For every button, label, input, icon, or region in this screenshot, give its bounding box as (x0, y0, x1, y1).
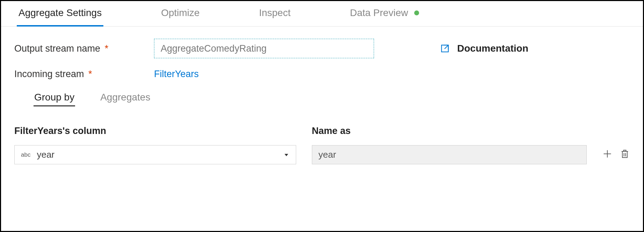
incoming-stream-label: Incoming stream * (14, 69, 154, 80)
delete-icon[interactable] (620, 149, 630, 159)
output-stream-row: Output stream name * Documentation (14, 39, 630, 58)
group-by-section: FilterYears's column abc year Name as (14, 126, 630, 164)
group-column-value: year (37, 149, 54, 160)
name-as-header: Name as (312, 126, 587, 136)
row-actions (602, 143, 630, 164)
subtab-group-by[interactable]: Group by (34, 90, 75, 106)
output-stream-label-text: Output stream name (14, 43, 100, 54)
incoming-stream-link[interactable]: FilterYears (154, 69, 199, 80)
name-as-col: Name as (312, 126, 587, 164)
tab-optimize[interactable]: Optimize (151, 1, 210, 26)
abc-type-icon: abc (21, 151, 30, 158)
main-tabs: Aggregate Settings Optimize Inspect Data… (1, 1, 643, 27)
status-dot-icon (414, 10, 419, 15)
group-column-col: FilterYears's column abc year (14, 126, 296, 164)
subtab-aggregates[interactable]: Aggregates (100, 90, 151, 106)
tab-aggregate-settings[interactable]: Aggregate Settings (8, 1, 112, 26)
sub-tabs: Group by Aggregates (34, 90, 630, 106)
output-stream-input[interactable] (154, 39, 374, 58)
tab-data-preview[interactable]: Data Preview (339, 1, 430, 26)
group-column-header: FilterYears's column (14, 126, 296, 136)
name-as-input[interactable] (312, 145, 587, 164)
tab-inspect[interactable]: Inspect (249, 1, 301, 26)
incoming-stream-row: Incoming stream * FilterYears (14, 69, 630, 80)
incoming-stream-label-text: Incoming stream (14, 69, 84, 79)
settings-panel: Output stream name * Documentation Incom… (1, 27, 643, 177)
add-icon[interactable] (602, 149, 612, 159)
documentation-label: Documentation (457, 43, 528, 54)
output-stream-label: Output stream name * (14, 43, 154, 54)
group-column-select[interactable]: abc year (14, 145, 296, 164)
required-asterisk: * (105, 43, 109, 54)
chevron-down-icon (283, 152, 290, 158)
required-asterisk: * (88, 69, 92, 79)
tab-data-preview-label: Data Preview (350, 7, 408, 18)
documentation-link[interactable]: Documentation (440, 43, 528, 54)
external-link-icon (440, 44, 449, 53)
